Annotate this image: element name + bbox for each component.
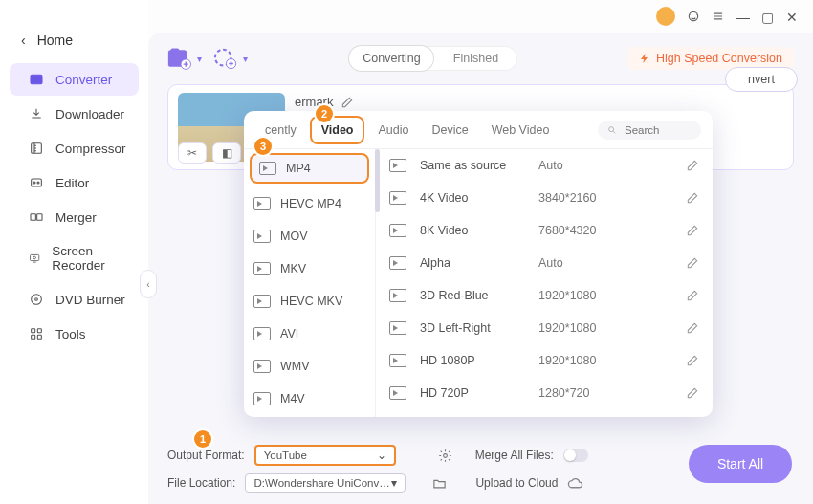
maximize-icon[interactable]: ▢ <box>761 10 775 23</box>
video-format-icon <box>259 162 276 175</box>
edit-icon[interactable] <box>686 386 699 400</box>
sidebar-item-label: Screen Recorder <box>52 244 127 273</box>
crop-button[interactable]: ◧ <box>212 142 241 164</box>
gear-icon[interactable] <box>438 449 452 463</box>
video-format-icon <box>253 197 271 210</box>
support-icon[interactable] <box>687 10 700 23</box>
resolution-px: 7680*4320 <box>538 224 634 237</box>
chevron-down-icon: ▾ <box>197 54 202 64</box>
menu-icon[interactable] <box>712 10 725 23</box>
svg-point-21 <box>443 453 447 457</box>
add-file-button[interactable]: ▾ <box>167 47 194 70</box>
format-item-wmv[interactable]: WMV <box>244 350 375 383</box>
step-badge-1: 1 <box>194 430 211 448</box>
tools-icon <box>29 326 44 341</box>
minimize-icon[interactable]: — <box>736 10 750 23</box>
format-item-avi[interactable]: AVI <box>244 318 375 350</box>
video-format-icon <box>253 392 271 405</box>
resolution-icon <box>389 224 406 237</box>
sidebar-item-screenrecorder[interactable]: Screen Recorder <box>10 235 139 281</box>
format-tab-device[interactable]: Device <box>422 118 477 142</box>
svg-point-10 <box>32 295 42 305</box>
close-icon[interactable]: ✕ <box>786 10 800 23</box>
edit-icon[interactable] <box>686 354 699 367</box>
search-input[interactable] <box>623 123 692 137</box>
output-format-select[interactable]: YouTube ⌄ <box>254 445 396 466</box>
high-speed-label: High Speed Conversion <box>656 52 782 65</box>
resolution-item[interactable]: 3D Red-Blue1920*1080 <box>376 279 713 312</box>
edit-icon[interactable] <box>686 256 699 270</box>
format-item-mp4[interactable]: MP4 <box>250 153 369 184</box>
merge-toggle[interactable] <box>563 449 588 462</box>
convert-button[interactable]: nvert <box>725 67 798 92</box>
format-item-mkv[interactable]: MKV <box>244 252 375 285</box>
resolution-item[interactable]: HD 1080P1920*1080 <box>376 344 713 377</box>
sidebar-item-converter[interactable]: Converter <box>10 63 139 96</box>
resolution-item[interactable]: Same as sourceAuto <box>376 149 713 182</box>
resolution-px: 1280*720 <box>538 386 634 400</box>
format-search[interactable] <box>598 121 701 140</box>
sidebar-item-dvdburner[interactable]: DVD Burner <box>10 283 139 316</box>
svg-point-4 <box>33 182 35 184</box>
format-item-mov[interactable]: MOV <box>244 220 375 252</box>
sidebar: ‹ Home ConverterDownloaderCompressorEdit… <box>0 0 148 504</box>
resolution-icon <box>389 386 406 400</box>
svg-rect-8 <box>31 254 39 260</box>
resolution-icon <box>389 321 406 335</box>
format-tab-web-video[interactable]: Web Video <box>482 118 560 142</box>
edit-icon[interactable] <box>686 191 699 205</box>
format-item-hevc-mp4[interactable]: HEVC MP4 <box>244 187 375 220</box>
sidebar-item-editor[interactable]: Editor <box>10 166 139 199</box>
svg-rect-3 <box>32 179 42 186</box>
step-badge-2: 2 <box>316 105 333 122</box>
collapse-sidebar-button[interactable]: ‹ <box>140 270 157 298</box>
sidebar-item-tools[interactable]: Tools <box>10 318 139 350</box>
format-item-m4v[interactable]: M4V <box>244 383 375 415</box>
search-icon <box>607 124 617 136</box>
file-location-select[interactable]: D:\Wondershare UniConverter 1 ▾ <box>245 473 406 493</box>
edit-icon[interactable] <box>686 321 699 335</box>
scrollbar-thumb[interactable] <box>375 149 380 212</box>
edit-icon[interactable] <box>686 224 699 237</box>
folder-icon[interactable] <box>432 476 447 491</box>
sidebar-item-compressor[interactable]: Compressor <box>10 132 139 164</box>
cloud-icon[interactable] <box>567 477 583 490</box>
resolution-item[interactable]: 4K Video3840*2160 <box>376 182 713 214</box>
chevron-down-icon: ⌄ <box>377 449 386 462</box>
sidebar-item-downloader[interactable]: Downloader <box>10 98 139 130</box>
sidebar-item-merger[interactable]: Merger <box>10 201 139 233</box>
sidebar-item-label: Converter <box>55 73 112 87</box>
compressor-icon <box>29 141 44 156</box>
resolution-item[interactable]: HD 720P1280*720 <box>376 377 713 409</box>
dvdburner-icon <box>29 292 44 307</box>
tab-finished[interactable]: Finished <box>433 46 517 71</box>
converter-icon <box>29 72 44 87</box>
resolution-name: Alpha <box>420 256 525 270</box>
svg-rect-13 <box>37 329 41 333</box>
format-item-hevc-mkv[interactable]: HEVC MKV <box>244 285 375 318</box>
resolution-item[interactable]: 3D Left-Right1920*1080 <box>376 312 713 344</box>
trim-button[interactable]: ✂ <box>178 142 207 164</box>
sidebar-item-label: Compressor <box>55 142 126 156</box>
svg-rect-6 <box>31 214 35 221</box>
add-url-button[interactable]: ▾ <box>213 47 240 70</box>
sidebar-item-label: Tools <box>55 327 86 341</box>
edit-icon[interactable] <box>686 159 699 172</box>
svg-point-9 <box>33 256 36 259</box>
edit-icon[interactable] <box>686 289 699 302</box>
avatar[interactable] <box>656 7 675 26</box>
upload-cloud-label: Upload to Cloud <box>475 476 558 490</box>
sidebar-item-label: Editor <box>55 176 89 190</box>
video-format-icon <box>253 360 271 373</box>
tab-converting[interactable]: Converting <box>349 46 433 71</box>
start-all-button[interactable]: Start All <box>689 445 792 483</box>
resolution-icon <box>389 256 406 270</box>
format-tab-audio[interactable]: Audio <box>368 118 418 142</box>
resolution-item[interactable]: AlphaAuto <box>376 247 713 279</box>
rename-icon[interactable] <box>341 96 354 109</box>
home-link[interactable]: ‹ Home <box>0 27 148 61</box>
status-tabs: Converting Finished <box>349 46 517 71</box>
resolution-item[interactable]: 8K Video7680*4320 <box>376 214 713 247</box>
resolution-icon <box>389 159 406 172</box>
format-label: HEVC MP4 <box>280 197 341 210</box>
